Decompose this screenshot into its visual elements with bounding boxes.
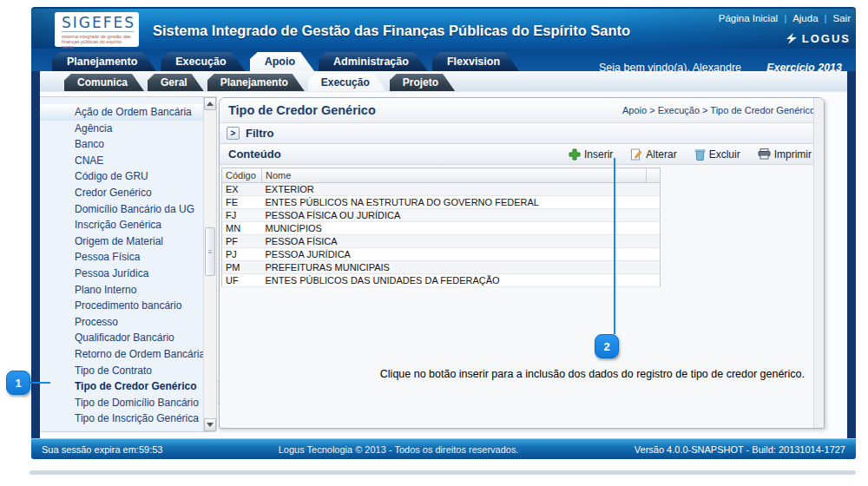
callout-badge-1: 1 xyxy=(6,371,30,395)
edit-icon xyxy=(630,148,642,161)
sidebar-item[interactable]: Pessoa Jurídica xyxy=(40,266,216,282)
main-tab[interactable]: Administração xyxy=(319,52,428,71)
main-tab[interactable]: Planejamento xyxy=(52,52,156,71)
sidebar-item[interactable]: Tipo de Contrato xyxy=(40,363,216,379)
sidebar-item[interactable]: Tipo de Inscrição Genérica xyxy=(40,410,216,427)
breadcrumb: Apoio > Execução > Tipo de Credor Genéri… xyxy=(622,105,815,115)
sidebar-menu: Ação de Ordem BancáriaAgênciaBancoCNAECó… xyxy=(40,96,217,432)
sidebar-item[interactable]: CNAE xyxy=(40,153,216,169)
callout-badge-2: 2 xyxy=(595,334,619,358)
sub-tab[interactable]: Execução xyxy=(308,74,386,91)
cell-filler xyxy=(647,196,661,209)
filter-bar: > Filtro xyxy=(220,123,824,144)
help-link[interactable]: Ajuda xyxy=(792,13,818,23)
cell-codigo: EX xyxy=(222,183,262,196)
sub-tab[interactable]: Comunica xyxy=(64,74,144,91)
sidebar-item[interactable]: Procedimento bancário xyxy=(40,298,216,314)
sidebar-item[interactable]: Origem de Material xyxy=(40,233,216,250)
session-timer: Sua sessão expira em:59:53 xyxy=(42,444,162,455)
table-row[interactable]: FE ENTES PÚBLICOS NA ESTRUTURA DO GOVERN… xyxy=(222,196,661,209)
main-tab[interactable]: Flexvision xyxy=(432,52,519,71)
print-button[interactable]: Imprimir xyxy=(758,148,812,161)
main-tab[interactable]: Execução xyxy=(161,52,245,71)
scrollbar-thumb[interactable]: ≡ xyxy=(205,227,215,276)
column-header-codigo[interactable]: Código xyxy=(222,168,262,183)
cell-filler xyxy=(647,248,661,261)
table-row[interactable]: MN MUNICÍPIOS xyxy=(222,222,661,235)
sidebar-item[interactable]: Código de GRU xyxy=(40,168,216,185)
arrow-down-icon xyxy=(207,423,214,427)
cell-codigo: PJ xyxy=(222,248,262,261)
sidebar-item[interactable]: Agência xyxy=(40,121,216,137)
instruction-text: Clique no botão inserir para a inclusão … xyxy=(220,368,805,380)
sidebar-item[interactable]: Ação de Ordem Bancária xyxy=(40,104,216,121)
sidebar-item[interactable]: Domicílio Bancário da UG xyxy=(40,201,216,218)
table-row[interactable]: PM PREFEITURAS MUNICIPAIS xyxy=(222,261,661,274)
callout-line-2 xyxy=(614,158,615,334)
copyright-text: Logus Tecnologia © 2013 - Todos os direi… xyxy=(279,444,519,455)
window-body: ComunicaGeralPlanejamentoExecuçãoProjeto… xyxy=(31,71,856,438)
table-row[interactable]: PF PESSOA FÍSICA xyxy=(222,235,661,248)
column-header-nome[interactable]: Nome xyxy=(262,168,647,183)
sidebar-item[interactable]: Banco xyxy=(40,136,216,153)
logo-tagline: sistema integrado de gestão das finanças… xyxy=(62,34,134,49)
arrow-up-icon xyxy=(207,102,214,106)
filter-expand-button[interactable]: > xyxy=(227,127,240,140)
sidebar-item[interactable]: Tipo de Credor Genérico xyxy=(40,378,216,395)
trash-icon xyxy=(694,148,706,161)
cell-codigo: MN xyxy=(222,222,262,235)
cell-filler xyxy=(647,261,661,274)
sub-tab-bar: ComunicaGeralPlanejamentoExecuçãoProjeto xyxy=(40,71,847,92)
sidebar-item[interactable]: Retorno de Ordem Bancária xyxy=(40,346,216,363)
cell-filler xyxy=(647,209,661,222)
edit-button-label: Alterar xyxy=(646,148,676,161)
sidebar-item[interactable]: Plano Interno xyxy=(40,282,216,299)
delete-button[interactable]: Excluir xyxy=(694,148,740,161)
sub-tab[interactable]: Geral xyxy=(148,74,204,91)
callout-line-1 xyxy=(30,382,50,384)
data-table: Código Nome EX EXTERIOR xyxy=(221,167,661,287)
plus-icon xyxy=(569,148,581,161)
table-row[interactable]: FJ PESSOA FÍSICA OU JURÍDICA xyxy=(222,209,661,222)
cell-nome: PESSOA FÍSICA xyxy=(262,235,647,248)
content-section-label: Conteúdo xyxy=(228,148,569,161)
panel-scrollbar[interactable] xyxy=(813,98,824,428)
logus-brand: LOGUS xyxy=(785,32,851,45)
scroll-up-button[interactable] xyxy=(204,97,216,110)
sidebar-item[interactable]: Credor Genérico xyxy=(40,185,216,201)
cell-filler xyxy=(647,183,661,196)
sidebar-item[interactable]: Qualificador Bancário xyxy=(40,330,216,346)
sub-tab[interactable]: Projeto xyxy=(390,74,455,91)
home-link[interactable]: Página Inicial xyxy=(719,13,778,23)
data-table-container: Código Nome EX EXTERIOR xyxy=(220,165,824,287)
main-tab[interactable]: Apoio xyxy=(250,52,314,71)
printer-icon xyxy=(758,148,771,160)
table-row[interactable]: UF ENTES PÚBLICOS DAS UNIDADES DA FEDERA… xyxy=(222,274,661,287)
scroll-down-button[interactable] xyxy=(204,418,216,431)
table-header: Código Nome xyxy=(222,168,661,183)
edit-button[interactable]: Alterar xyxy=(630,148,676,161)
cell-codigo: FE xyxy=(222,196,262,209)
sidebar-item[interactable]: Pessoa Física xyxy=(40,249,216,266)
content-panel: Tipo de Credor Genérico Apoio > Execução… xyxy=(219,97,825,429)
cell-codigo: FJ xyxy=(222,209,262,222)
app-window: SIGEFES sistema integrado de gestão das … xyxy=(31,7,856,459)
link-separator: | xyxy=(784,13,786,23)
sub-tab[interactable]: Planejamento xyxy=(207,74,305,91)
sidebar-list: Ação de Ordem BancáriaAgênciaBancoCNAECó… xyxy=(40,97,216,427)
cell-nome: ENTES PÚBLICOS NA ESTRUTURA DO GOVERNO F… xyxy=(262,196,647,209)
insert-button-label: Inserir xyxy=(584,148,613,161)
filter-label: Filtro xyxy=(246,127,274,140)
sidebar-scrollbar[interactable]: ≡ xyxy=(203,97,216,431)
table-row[interactable]: EX EXTERIOR xyxy=(222,183,661,196)
lightning-icon xyxy=(785,33,800,44)
sidebar-item[interactable]: Processo xyxy=(40,314,216,331)
logout-link[interactable]: Sair xyxy=(833,13,851,23)
sidebar-item[interactable]: Tipo de Domicílio Bancário xyxy=(40,395,216,411)
insert-button[interactable]: Inserir xyxy=(569,148,613,161)
column-header-filler xyxy=(647,168,661,183)
cell-filler xyxy=(647,235,661,248)
sidebar-item[interactable]: Inscrição Genérica xyxy=(40,217,216,233)
page-title: Tipo de Credor Genérico xyxy=(228,103,376,117)
table-row[interactable]: PJ PESSOA JURÍDICA xyxy=(222,248,661,261)
